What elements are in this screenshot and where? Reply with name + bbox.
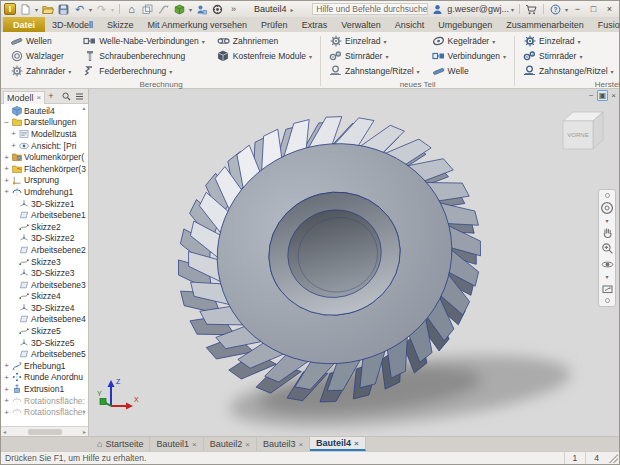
chevron-down-icon[interactable]: ▾: [579, 53, 582, 60]
tree-expander-icon[interactable]: +: [3, 385, 10, 394]
tree-item-arbeitsebene4[interactable]: Arbeitsebene4: [1, 314, 88, 326]
tree-item-3d-skizze1[interactable]: 3D-Skizze1: [1, 198, 88, 210]
tree-item-arbeitsebene3[interactable]: Arbeitsebene3: [1, 279, 88, 291]
chevron-down-icon[interactable]: ▾: [578, 38, 581, 45]
document-tab-bauteil2[interactable]: Bauteil2×: [204, 437, 257, 451]
browser-tab-modell[interactable]: Modell ×: [3, 91, 45, 104]
redo-icon[interactable]: ↷: [95, 3, 108, 16]
browser-menu-icon[interactable]: [73, 90, 86, 103]
chevron-down-icon[interactable]: ▾: [605, 217, 608, 224]
account-menu[interactable]: g.weser@gwj... ▾: [447, 4, 514, 14]
ribbon-button-kegelr-der[interactable]: Kegelräder▾: [430, 34, 508, 48]
user-icon[interactable]: [431, 3, 444, 16]
save-icon[interactable]: [57, 3, 70, 16]
tree-vertical-scrollbar[interactable]: ▲▼: [80, 104, 88, 416]
tree-item-rotationsfl-che[interactable]: +Rotationsfläche:: [1, 395, 88, 407]
tree-item-umdrehung1[interactable]: +Umdrehung1: [1, 186, 88, 198]
new-document-icon[interactable]: [19, 3, 32, 16]
tree-item-arbeitsebene2[interactable]: Arbeitsebene2: [1, 244, 88, 256]
browser-search-icon[interactable]: [60, 90, 73, 103]
tree-item-skizze3[interactable]: Skizze3: [1, 256, 88, 268]
user-box-icon[interactable]: [195, 3, 208, 16]
minimize-icon[interactable]: −: [571, 3, 584, 15]
tree-item-3d-skizze3[interactable]: 3D-Skizze3: [1, 267, 88, 279]
document-tab-bauteil4[interactable]: Bauteil4×: [310, 437, 366, 451]
tab-close-icon[interactable]: ×: [298, 440, 303, 449]
ribbon-button-zahnstange-ritzel[interactable]: Zahnstange/Ritzel▾: [521, 64, 616, 78]
tree-item-3d-skizze4[interactable]: 3D-Skizze4: [1, 302, 88, 314]
settings-wheel-icon[interactable]: [211, 3, 224, 16]
ribbon-button-stirnr-der[interactable]: Stirnräder▾: [521, 49, 616, 63]
ribbon-button-zahnriemen[interactable]: Zahnriemen: [215, 34, 314, 48]
ribbon-button-einzelrad[interactable]: Einzelrad▾: [327, 34, 422, 48]
material-dropdown-icon[interactable]: ▾: [189, 6, 192, 13]
scrollbar-thumb[interactable]: [28, 429, 62, 435]
doc-restore-icon[interactable]: ▣: [597, 90, 609, 101]
menu-tab-ansicht[interactable]: Ansicht: [388, 17, 432, 32]
navigation-wheel-icon[interactable]: [599, 200, 615, 216]
chevron-down-icon[interactable]: ▾: [605, 273, 608, 280]
chevron-down-icon[interactable]: ▾: [385, 53, 388, 60]
menu-tab-extras[interactable]: Extras: [295, 17, 335, 32]
navbar-customize-bottom-icon[interactable]: [605, 298, 610, 303]
menu-tab-datei[interactable]: Datei: [3, 17, 45, 32]
tree-item-skizze4[interactable]: Skizze4: [1, 291, 88, 303]
tree-expander-icon[interactable]: +: [3, 187, 10, 196]
close-icon[interactable]: ×: [603, 3, 616, 15]
tree-expander-icon[interactable]: +: [10, 141, 17, 150]
tree-item-skizze5[interactable]: Skizze5: [1, 325, 88, 337]
tree-item-arbeitsebene5[interactable]: Arbeitsebene5: [1, 348, 88, 360]
open-icon[interactable]: [41, 3, 54, 16]
ribbon-button-wellen[interactable]: Wellen: [8, 34, 73, 48]
navbar-customize-top-icon[interactable]: [605, 193, 610, 198]
help-icon[interactable]: ?: [549, 3, 562, 16]
zoom-icon[interactable]: [599, 241, 615, 256]
ribbon-button-federberechnung[interactable]: Federberechnung▾: [81, 64, 207, 78]
doc-minimize-icon[interactable]: −: [589, 91, 594, 100]
tree-item-darstellungen[interactable]: −Darstellungen: [1, 117, 88, 129]
ribbon-button-zahnstange-ritzel[interactable]: Zahnstange/Ritzel▾: [327, 64, 422, 78]
menu-tab-zusammenarbeiten[interactable]: Zusammenarbeiten: [499, 17, 591, 32]
chevron-down-icon[interactable]: ▾: [611, 68, 614, 75]
tree-expander-icon[interactable]: +: [3, 164, 10, 173]
pan-icon[interactable]: [599, 225, 615, 240]
viewcube-front-label[interactable]: VORNE: [567, 132, 588, 138]
redo-dropdown-icon[interactable]: ▾: [111, 6, 114, 13]
tree-expander-icon[interactable]: +: [3, 361, 10, 370]
chevron-down-icon[interactable]: ▾: [202, 38, 205, 45]
tree-item-arbeitsebene1[interactable]: Arbeitsebene1: [1, 209, 88, 221]
viewcube[interactable]: VORNE: [553, 106, 607, 158]
more-commands-icon[interactable]: »: [227, 3, 240, 16]
menu-tab-pr-fen[interactable]: Prüfen: [254, 17, 295, 32]
ribbon-button-zahnr-der[interactable]: Zahnräder▾: [8, 64, 73, 78]
scroll-left-icon[interactable]: ◂: [3, 428, 6, 435]
tree-item-skizze2[interactable]: Skizze2: [1, 221, 88, 233]
tree-item-extrusion1[interactable]: +Extrusion1: [1, 383, 88, 395]
chevron-down-icon[interactable]: ▾: [492, 38, 495, 45]
ribbon-button-schraubenberechnung[interactable]: Schraubenberechnung: [81, 49, 207, 63]
tree-item-3d-skizze2[interactable]: 3D-Skizze2: [1, 233, 88, 245]
cart-icon[interactable]: [525, 3, 538, 16]
tree-expander-icon[interactable]: +: [3, 396, 10, 405]
tree-item-erhebung1[interactable]: +Erhebung1: [1, 360, 88, 372]
home-icon[interactable]: ⌂: [125, 3, 138, 16]
chevron-down-icon[interactable]: ▾: [169, 68, 172, 75]
sweep-icon[interactable]: [157, 3, 170, 16]
look-at-icon[interactable]: [599, 281, 615, 296]
tree-expander-icon[interactable]: +: [3, 373, 10, 382]
ribbon-button-stirnr-der[interactable]: Stirnräder▾: [327, 49, 422, 63]
3d-viewport-canvas[interactable]: [89, 89, 619, 436]
menu-tab-verwalten[interactable]: Verwalten: [334, 17, 388, 32]
chevron-down-icon[interactable]: ▾: [384, 38, 387, 45]
tree-expander-icon[interactable]: +: [3, 408, 10, 417]
title-flyout-icon[interactable]: ▸: [291, 6, 294, 13]
tree-item-rotationsfl-che[interactable]: +Rotationsfläche:: [1, 406, 88, 418]
ribbon-button-w-lzlager[interactable]: Wälzlager: [8, 49, 73, 63]
ribbon-button-welle[interactable]: Welle: [430, 64, 508, 78]
tree-item-volumenk-rper[interactable]: +Volumenkörper(: [1, 151, 88, 163]
browser-tab-close-icon[interactable]: ×: [37, 93, 42, 102]
tree-item-modellzust[interactable]: +Modellzustä: [1, 128, 88, 140]
chevron-down-icon[interactable]: ▾: [417, 68, 420, 75]
layers-icon[interactable]: [141, 3, 154, 16]
document-tab-bauteil3[interactable]: Bauteil3×: [257, 437, 310, 451]
